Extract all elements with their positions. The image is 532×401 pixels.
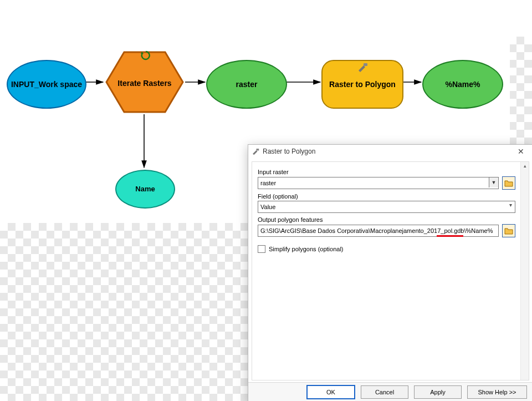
- svg-rect-7: [256, 149, 259, 151]
- node-label: Raster to Polygon: [326, 80, 399, 89]
- label-simplify: Simplify polygons (optional): [269, 246, 344, 252]
- browse-button[interactable]: [502, 224, 515, 237]
- node-raster-to-polygon-tool[interactable]: Raster to Polygon: [321, 60, 403, 109]
- label-field: Field (optional): [258, 193, 515, 200]
- node-label: Iterate Rasters: [117, 79, 171, 88]
- highlight-underline: [437, 235, 463, 237]
- field-select[interactable]: [258, 201, 515, 213]
- node-raster[interactable]: raster: [206, 60, 287, 109]
- svg-rect-6: [364, 63, 367, 66]
- node-name-variable[interactable]: Name: [115, 170, 175, 209]
- input-raster-field[interactable]: [258, 177, 499, 189]
- node-label: %Name%: [445, 80, 480, 89]
- raster-to-polygon-dialog: Raster to Polygon ✕ ▴ Input raster ▼ Fie…: [248, 144, 532, 401]
- node-iterate-rasters[interactable]: Iterate Rasters: [104, 50, 185, 114]
- simplify-checkbox[interactable]: [258, 245, 265, 253]
- hammer-icon: [357, 62, 368, 72]
- ok-button[interactable]: OK: [306, 385, 355, 399]
- dialog-titlebar[interactable]: Raster to Polygon ✕: [248, 145, 532, 158]
- node-label: INPUT_Work space: [11, 80, 82, 89]
- node-input-workspace[interactable]: INPUT_Work space: [7, 60, 86, 109]
- dialog-body: ▴ Input raster ▼ Field (optional) Output…: [252, 161, 529, 380]
- scroll-up-icon[interactable]: ▴: [521, 162, 529, 170]
- cancel-button[interactable]: Cancel: [361, 385, 408, 399]
- dropdown-icon[interactable]: ▼: [489, 177, 498, 187]
- dialog-title: Raster to Polygon: [263, 148, 513, 155]
- node-label: Name: [135, 185, 155, 194]
- show-help-button[interactable]: Show Help >>: [467, 385, 527, 399]
- apply-button[interactable]: Apply: [414, 385, 462, 399]
- close-icon[interactable]: ✕: [513, 147, 529, 156]
- dialog-footer: OK Cancel Apply Show Help >>: [248, 382, 532, 401]
- browse-button[interactable]: [502, 176, 515, 190]
- node-output-name[interactable]: %Name%: [422, 60, 503, 109]
- scrollbar[interactable]: ▴: [520, 162, 529, 380]
- hammer-icon: [252, 148, 259, 155]
- label-output: Output polygon features: [258, 216, 515, 223]
- node-label: raster: [236, 80, 258, 89]
- label-input-raster: Input raster: [258, 169, 515, 175]
